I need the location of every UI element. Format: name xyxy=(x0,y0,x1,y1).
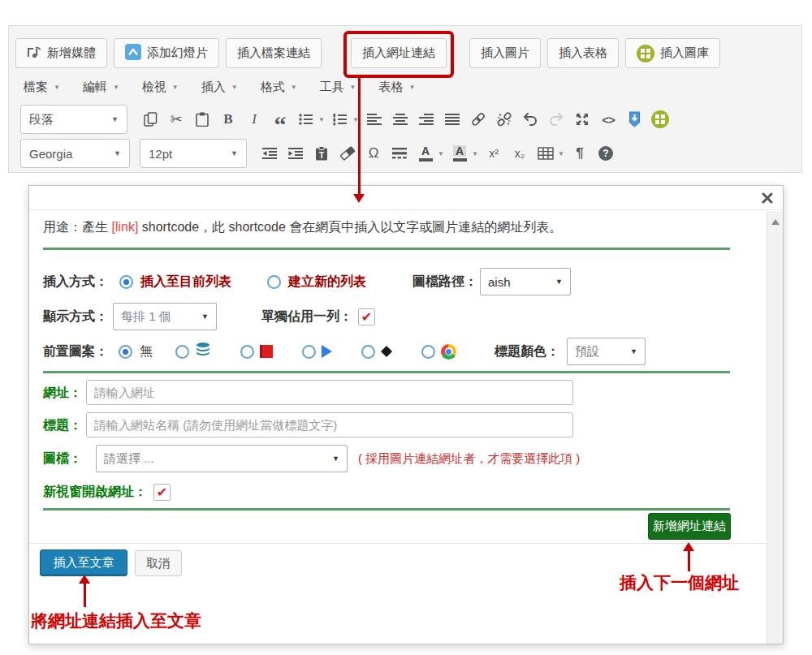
help-button[interactable]: ? xyxy=(593,140,619,167)
table-icon xyxy=(538,147,554,160)
subscript-button[interactable]: x₂ xyxy=(507,140,533,167)
justify-button[interactable] xyxy=(439,106,465,133)
title-input[interactable] xyxy=(86,412,573,437)
add-slideshow-button[interactable]: 添加幻燈片 xyxy=(114,38,219,68)
horizontal-rule-icon xyxy=(392,148,407,159)
source-code-button[interactable]: <> xyxy=(595,106,621,133)
chevron-down-icon: ▼ xyxy=(630,347,637,356)
italic-button[interactable]: I xyxy=(241,106,267,133)
front-icon-label: 前置圖案： xyxy=(43,343,108,360)
own-row-checkbox[interactable]: ✔ xyxy=(358,308,375,325)
blockquote-icon: “ xyxy=(274,121,287,129)
add-url-link-button[interactable]: 新增網址連結 xyxy=(648,513,731,540)
align-center-button[interactable] xyxy=(387,106,413,133)
menu-table[interactable]: 表格▼ xyxy=(379,80,416,95)
align-right-icon xyxy=(419,113,434,126)
blockquote-button[interactable]: “ xyxy=(267,106,293,133)
radio-create-new-list[interactable] xyxy=(267,275,281,289)
radio-front-diamond[interactable] xyxy=(361,345,375,359)
text-color-menu-button[interactable]: ▼ xyxy=(435,140,447,167)
menu-format[interactable]: 格式▼ xyxy=(261,80,297,95)
radio-front-database[interactable] xyxy=(175,345,189,359)
radio-front-none[interactable] xyxy=(119,345,132,359)
link-button[interactable] xyxy=(465,106,491,133)
url-input[interactable] xyxy=(86,380,573,405)
paste-as-text-button[interactable]: T xyxy=(309,140,335,167)
subscript-icon: x₂ xyxy=(515,147,525,160)
cut-icon: ✂ xyxy=(170,110,182,128)
paragraph-marks-button[interactable]: ¶ xyxy=(567,140,593,167)
special-character-button[interactable]: Ω xyxy=(361,140,387,167)
image-file-select[interactable]: 請選擇 ...▼ xyxy=(96,445,348,472)
radio-insert-current-list[interactable] xyxy=(119,275,133,289)
indent-icon xyxy=(288,147,303,160)
menu-view[interactable]: 檢視▼ xyxy=(142,80,179,95)
title-color-select[interactable]: 預設▼ xyxy=(567,338,646,365)
radio-front-red-square[interactable] xyxy=(240,345,254,359)
button-label: 插入表格 xyxy=(559,45,607,61)
chevron-down-icon: ▼ xyxy=(409,84,416,91)
green-separator xyxy=(43,248,730,250)
bold-button[interactable]: B xyxy=(215,106,241,133)
media-buttons-row: 新增媒體 添加幻燈片 插入檔案連結 插入網址連結 插入圖片 插入 xyxy=(15,38,727,68)
align-right-button[interactable] xyxy=(413,106,439,133)
insert-gallery-toolbar-button[interactable] xyxy=(647,106,673,133)
font-family-select[interactable]: Georgia▼ xyxy=(20,139,130,168)
menu-edit[interactable]: 編輯▼ xyxy=(83,80,119,95)
editor-menubar: 檔案▼ 編輯▼ 檢視▼ 插入▼ 格式▼ 工具▼ 表格▼ xyxy=(24,80,415,95)
close-icon[interactable] xyxy=(762,192,773,207)
radio-front-play[interactable] xyxy=(302,345,316,359)
menu-tools[interactable]: 工具▼ xyxy=(320,80,356,95)
insert-table-button[interactable]: 插入表格 xyxy=(547,38,619,68)
paste-button[interactable] xyxy=(189,106,215,133)
align-center-icon xyxy=(393,113,408,126)
indent-button[interactable] xyxy=(283,140,309,167)
paste-icon xyxy=(196,112,209,127)
copy-button[interactable] xyxy=(137,106,163,133)
table-menu-button[interactable]: ▼ xyxy=(555,140,567,167)
image-path-select[interactable]: aish▼ xyxy=(480,268,571,295)
insert-file-link-button[interactable]: 插入檔案連結 xyxy=(226,38,322,68)
insert-to-post-button[interactable]: 插入至文章 xyxy=(40,549,127,576)
insert-gallery-button[interactable]: 插入圖庫 xyxy=(625,38,720,68)
background-color-menu-button[interactable]: ▼ xyxy=(469,140,481,167)
numbered-list-icon xyxy=(333,113,348,126)
fullscreen-button[interactable] xyxy=(569,106,595,133)
add-media-button[interactable]: 新增媒體 xyxy=(15,38,107,68)
page: 新增媒體 添加幻燈片 插入檔案連結 插入網址連結 插入圖片 插入 xyxy=(0,0,812,655)
insert-url-link-button[interactable]: 插入網址連結 xyxy=(351,38,447,68)
download-button[interactable] xyxy=(621,106,647,133)
display-mode-label: 顯示方式： xyxy=(43,308,108,325)
unlink-button[interactable] xyxy=(491,106,517,133)
horizontal-rule-button[interactable] xyxy=(387,140,412,167)
font-size-select[interactable]: 12pt▼ xyxy=(140,139,247,168)
scroll-up-arrow[interactable] xyxy=(771,219,780,225)
menu-insert[interactable]: 插入▼ xyxy=(201,80,238,95)
help-icon: ? xyxy=(598,146,613,161)
eraser-icon xyxy=(339,146,356,161)
new-window-checkbox[interactable]: ✔ xyxy=(153,484,171,501)
format-select[interactable]: 段落▼ xyxy=(20,105,127,134)
outdent-button[interactable] xyxy=(257,140,283,167)
undo-button[interactable] xyxy=(517,106,543,133)
cancel-button[interactable]: 取消 xyxy=(135,550,182,576)
title-color-label: 標題顏色： xyxy=(495,343,559,360)
redo-button[interactable] xyxy=(543,106,569,133)
option-insert-current-list[interactable]: 插入至目前列表 xyxy=(140,274,231,291)
clear-formatting-button[interactable] xyxy=(335,140,361,167)
checkmark-icon: ✔ xyxy=(361,309,372,325)
option-front-none[interactable]: 無 xyxy=(140,343,153,360)
fullscreen-icon xyxy=(575,112,590,127)
align-left-button[interactable] xyxy=(361,106,387,133)
bullet-list-menu-button[interactable]: ▼ xyxy=(316,106,327,133)
display-count-select[interactable]: 每排 1 個▼ xyxy=(113,303,217,330)
option-create-new-list[interactable]: 建立新的列表 xyxy=(288,274,366,291)
scrollbar[interactable] xyxy=(767,211,783,644)
cut-button[interactable]: ✂ xyxy=(163,106,189,133)
svg-text:T: T xyxy=(319,151,324,160)
radio-front-chrome[interactable] xyxy=(421,345,435,359)
annotation-up-arrow-line-right xyxy=(688,550,690,571)
superscript-button[interactable]: x² xyxy=(481,140,507,167)
insert-image-button[interactable]: 插入圖片 xyxy=(469,38,541,68)
menu-file[interactable]: 檔案▼ xyxy=(24,80,60,95)
